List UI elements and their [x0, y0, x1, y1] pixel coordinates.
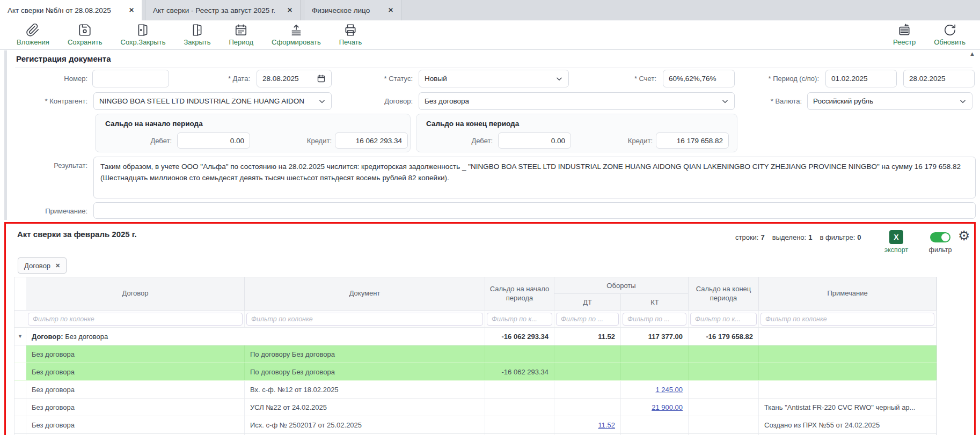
- tab-act-reconciliation[interactable]: Акт сверки №б/н от 28.08.2025 ✕: [0, 0, 142, 20]
- filter-note-input[interactable]: [760, 313, 934, 326]
- period-label: Период: [229, 38, 253, 46]
- saldo-start-credit-input[interactable]: [341, 137, 402, 145]
- status-select[interactable]: Новый: [419, 70, 569, 87]
- counterparty-label: * Контрагент:: [7, 92, 87, 110]
- document-amount-link[interactable]: 1 245.00: [655, 386, 683, 394]
- currency-select[interactable]: Российский рубль: [807, 92, 972, 110]
- group-saldo-end: -16 179 658.82: [689, 328, 759, 345]
- printer-icon: [343, 23, 357, 37]
- table-row[interactable]: Без договора По договору Без договора -1…: [14, 363, 937, 381]
- reconciliation-grid-section: Акт сверки за февраль 2025 г. строки:7 в…: [4, 222, 976, 435]
- period-to-input[interactable]: [909, 75, 969, 83]
- period-from-box: [825, 70, 897, 87]
- attachments-button[interactable]: Вложения: [8, 20, 58, 46]
- refresh-label: Обновить: [934, 38, 966, 46]
- table-row[interactable]: Без договора УСЛ №22 от 24.02.2025 21 90…: [14, 399, 937, 416]
- group-note: [759, 328, 937, 345]
- cell-dt: [554, 345, 621, 363]
- group-chip-contract[interactable]: Договор ✕: [18, 257, 67, 274]
- close-icon[interactable]: ✕: [388, 6, 393, 14]
- paperclip-icon: [26, 23, 40, 37]
- period-button[interactable]: Период: [220, 20, 262, 46]
- floppy-icon: [78, 23, 92, 37]
- close-icon[interactable]: ✕: [55, 262, 60, 269]
- status-label: * Статус:: [332, 70, 413, 87]
- column-header-dt[interactable]: ДТ: [554, 294, 621, 310]
- column-header-document[interactable]: Документ: [245, 277, 485, 310]
- print-button[interactable]: Печать: [330, 20, 371, 46]
- column-header-kt[interactable]: КТ: [621, 294, 689, 310]
- column-header-note[interactable]: Примечание: [759, 277, 937, 310]
- table-row[interactable]: Без договора Вх. с-ф. №12 от 18.02.2025 …: [14, 381, 937, 399]
- filter-saldo-start-input[interactable]: [487, 313, 552, 326]
- close-button[interactable]: Закрыть: [174, 20, 220, 46]
- cell-document: УСЛ №22 от 24.02.2025: [245, 399, 485, 416]
- currency-label: * Валюта:: [721, 92, 802, 110]
- cell-note: [759, 363, 937, 380]
- filter-saldo-end-input[interactable]: [690, 313, 757, 326]
- column-header-saldo-end[interactable]: Сальдо на конец периода: [689, 277, 759, 310]
- result-label: Результат:: [7, 157, 87, 174]
- turnover-label[interactable]: Обороты: [554, 277, 688, 294]
- counterparty-select[interactable]: NINGBO BOA STEEL LTD INDUSTRIAL ZONE HUA…: [93, 92, 332, 110]
- group-label: Договор: Без договора: [26, 328, 485, 345]
- close-icon[interactable]: ✕: [129, 6, 134, 14]
- saldo-end-credit-input[interactable]: [662, 137, 723, 145]
- registry-button[interactable]: Реестр: [884, 20, 925, 46]
- save-close-button[interactable]: Сохр.Закрыть: [112, 20, 175, 46]
- column-header-contract[interactable]: Договор: [26, 277, 245, 310]
- attachments-label: Вложения: [17, 38, 49, 46]
- account-field-box: [663, 70, 735, 87]
- save-button[interactable]: Сохранить: [58, 20, 112, 46]
- contract-select[interactable]: Без договора: [419, 92, 735, 110]
- chevron-down-icon: [959, 98, 967, 105]
- document-amount-link[interactable]: 21 900.00: [652, 403, 683, 411]
- number-field-box: [92, 70, 169, 87]
- credit-label: Кредит:: [278, 132, 332, 149]
- cell-document: По договору Без договора: [245, 345, 485, 363]
- collapse-triangle-icon[interactable]: ▼: [18, 334, 23, 339]
- saldo-start-debit-input[interactable]: [183, 137, 244, 145]
- filter-dt-input[interactable]: [556, 313, 619, 326]
- result-text: Таким образом, в учете ООО "Альфа" по со…: [93, 157, 976, 198]
- tab-individual[interactable]: Физическое лицо ✕: [304, 0, 401, 20]
- cell-contract: Без договора: [26, 399, 245, 416]
- saldo-end-title: Сальдо на конец периода: [426, 120, 519, 128]
- filter-row: [14, 311, 937, 328]
- generate-button[interactable]: Сформировать: [262, 20, 330, 46]
- note-input[interactable]: [99, 207, 970, 215]
- scroll-up-icon[interactable]: ▲: [969, 50, 975, 57]
- account-input[interactable]: [669, 75, 729, 83]
- cell-dt: [554, 381, 621, 398]
- registry-label: Реестр: [893, 38, 916, 46]
- table-row[interactable]: Без договора По договору Без договора: [14, 345, 937, 363]
- column-header-saldo-start[interactable]: Сальдо на начало периода: [485, 277, 554, 310]
- close-icon[interactable]: ✕: [287, 6, 292, 14]
- contract-label: Договор:: [332, 92, 413, 110]
- gear-icon[interactable]: ⚙: [958, 229, 970, 242]
- counterparty-value: NINGBO BOA STEEL LTD INDUSTRIAL ZONE HUA…: [99, 97, 304, 105]
- table-header: Договор Документ Сальдо на начало период…: [14, 277, 937, 311]
- excel-export-icon[interactable]: X: [889, 230, 903, 244]
- refresh-button[interactable]: Обновить: [925, 20, 975, 46]
- cell-contract: Без договора: [26, 416, 245, 433]
- date-input[interactable]: 28.08.2025: [257, 70, 332, 87]
- table-group-row[interactable]: ▼ Договор: Без договора -16 062 293.34 1…: [14, 328, 937, 345]
- filter-kt-input[interactable]: [623, 313, 686, 326]
- saldo-end-debit-input[interactable]: [504, 137, 565, 145]
- note-label: Примечание:: [7, 202, 87, 220]
- print-label: Печать: [339, 38, 362, 46]
- cell-saldo-end: [689, 345, 759, 363]
- tab-act-register[interactable]: Акт сверки - Реестр за август 2025 г. ✕: [145, 0, 301, 20]
- cell-note: [759, 381, 937, 398]
- filter-document-input[interactable]: [246, 313, 483, 326]
- document-amount-link[interactable]: 11.52: [598, 421, 615, 429]
- period-from-input[interactable]: [831, 75, 891, 83]
- table-row[interactable]: Без договора Исх. с-ф № 2502017 от 25.02…: [14, 416, 937, 434]
- filter-toggle[interactable]: [930, 232, 950, 242]
- calendar-icon[interactable]: [317, 74, 326, 83]
- number-input[interactable]: [98, 75, 163, 83]
- filter-contract-input[interactable]: [28, 313, 243, 326]
- generate-icon: [289, 23, 303, 37]
- calendar-icon: [234, 23, 248, 37]
